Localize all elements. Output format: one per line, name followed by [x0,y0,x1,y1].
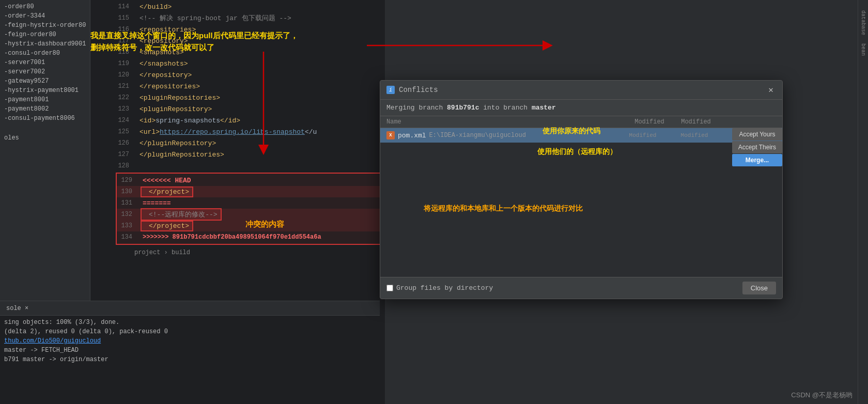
terminal-tab[interactable]: sole × [0,301,380,316]
code-line-123: 123 <pluginRepository> [114,103,385,115]
code-line-120: 120 </repository> [114,69,385,81]
database-icon[interactable]: database [860,10,866,35]
file-path: E:\IDEA-xiangmu\guigucloud [429,132,617,139]
col-modified-right-header: Modified [673,118,719,126]
code-line-133: 133 </project> [117,220,382,231]
code-line-118: 118 <snapshots> [114,46,385,58]
sidebar-item-hystrix-payment[interactable]: -hystrix-payment8001 [0,86,90,95]
terminal-tab-label: sole × [6,305,28,312]
accept-theirs-button[interactable]: Accept Theirs [732,141,782,153]
terminal-line-1: sing objects: 100% (3/3), done. [4,318,376,327]
sidebar-item-oles[interactable]: oles [0,133,90,143]
code-line-122: 122 <pluginRepositories> [114,92,385,103]
dialog-footer: Group files by directory Close [380,277,782,299]
code-line-127: 127 </pluginRepositories> [114,149,385,160]
table-header: Name Modified Modified [380,116,782,128]
code-line-119: 119 </snapshots> [114,58,385,69]
status-right: Modified [669,132,720,138]
group-by-dir-checkbox[interactable] [386,285,393,291]
terminal-line-4: master -> FETCH_HEAD [4,346,376,355]
terminal-line-2: (delta 2), reused 0 (delta 0), pack-reus… [4,327,376,336]
code-line-116: 116 <repositories> [114,24,385,35]
dialog-title-text: Conflicts [399,86,438,94]
file-icon: X [386,131,395,139]
close-bottom-button[interactable]: Close [742,282,776,294]
sidebar-item-payment8001[interactable]: -payment8001 [0,95,90,104]
accept-yours-button[interactable]: Accept Yours [732,128,782,141]
conflicts-dialog: i Conflicts ✕ Merging branch 891b791c in… [380,80,783,299]
status-left: Modified [617,132,669,138]
code-line-132: 132 <!--远程库的修改--> [117,209,382,220]
dialog-subtitle: Merging branch 891b791c into branch mast… [380,100,782,116]
sidebar-item-feign-order80[interactable]: -feign-order80 [0,30,90,39]
file-name: pom.xml [398,132,426,139]
code-line-134: 134 >>>>>>> 891b791cdcbbf20ba498951064f9… [117,231,382,243]
code-line-117: 117 <repository> [114,35,385,46]
branch1-label: 891b791c [447,104,479,112]
branch2-label: master [532,104,556,112]
sidebar-item-consul-payment[interactable]: -consul-payment8006 [0,114,90,123]
file-table-row[interactable]: X pom.xml E:\IDEA-xiangmu\guigucloud Mod… [380,128,782,143]
right-sidebar: database bean [858,0,868,404]
terminal-line-5: b791 master -> origin/master [4,355,376,364]
sidebar-item-server7001[interactable]: -server7001 [0,58,90,67]
code-line-128: 128 [114,160,385,172]
dialog-empty-space [380,143,782,277]
sidebar-item-server7002[interactable]: -server7002 [0,67,90,76]
sidebar-item-order3344[interactable]: -order-3344 [0,11,90,21]
conflict-section: 129 <<<<<<< HEAD 130 </project> 131 ====… [116,173,383,245]
merge-button[interactable]: Merge... [732,154,782,166]
col-name-header: Name [386,118,626,126]
code-line-121: 121 </repositories> [114,81,385,92]
sidebar-item-hystrix-dashboard[interactable]: -hystrix-dashboard9001 [0,39,90,49]
col-modified-left-header: Modified [626,118,673,126]
sidebar-item-consul-order80[interactable]: -consul-order80 [0,49,90,58]
code-line-129: 129 <<<<<<< HEAD [117,175,382,186]
dialog-icon: i [386,86,395,94]
action-buttons: Accept Yours Accept Theirs Merge... [732,128,782,166]
bean-icon[interactable]: bean [860,43,866,56]
terminal-content: sing objects: 100% (3/3), done. (delta 2… [0,316,380,366]
table-row-wrapper: X pom.xml E:\IDEA-xiangmu\guigucloud Mod… [380,128,782,143]
csdn-watermark: CSDN @不是老杨哟 [791,391,853,400]
code-line-126: 126 </pluginRepository> [114,137,385,149]
dialog-titlebar: i Conflicts ✕ [380,81,782,100]
dialog-close-button[interactable]: ✕ [766,85,776,95]
code-line-114: 114 </build> [114,1,385,12]
sidebar-item-gateway9527[interactable]: -gateway9527 [0,76,90,86]
code-line-125: 125 <url>https://repo.spring.io/libs-sna… [114,126,385,137]
dialog-title-group: i Conflicts [386,86,438,94]
sidebar-item-order80[interactable]: -order80 [0,2,90,11]
terminal-line-3: thub.com/Dio500/guigucloud [4,336,376,346]
code-line-130: 130 </project> [117,186,382,197]
terminal-panel: sole × sing objects: 100% (3/3), done. (… [0,301,380,404]
sidebar-item-payment8002[interactable]: -payment8002 [0,104,90,114]
code-line-131: 131 ======= [117,197,382,209]
group-by-dir-group: Group files by directory [386,284,493,292]
breadcrumb: project › build [114,247,385,258]
code-line-124: 124 <id>spring-snapshots</id> [114,115,385,126]
code-line-115: 115 <!-- 解决 spring-boot jar 包下载问题 --> [114,12,385,24]
sidebar-item-feign-hystrix[interactable]: -feign-hystrix-order80 [0,21,90,30]
group-by-dir-label: Group files by directory [396,284,493,292]
